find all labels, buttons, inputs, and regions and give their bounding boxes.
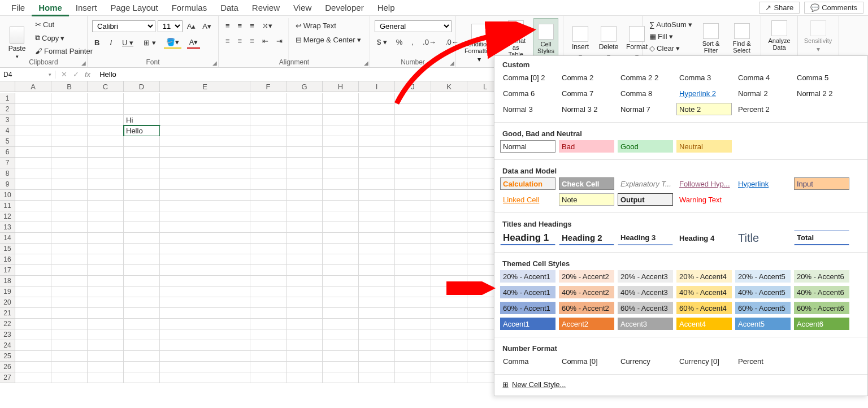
cell-H24[interactable]: [323, 340, 359, 351]
cell-J10[interactable]: [395, 190, 431, 201]
tab-formulas[interactable]: Formulas: [165, 1, 214, 15]
cell-B15[interactable]: [51, 244, 88, 254]
cell-B11[interactable]: [51, 201, 88, 211]
cell-G7[interactable]: [287, 158, 323, 168]
cell-A7[interactable]: [15, 158, 51, 168]
cell-D21[interactable]: [124, 308, 160, 319]
cell-J22[interactable]: [395, 319, 431, 329]
cell-G13[interactable]: [287, 222, 323, 233]
cell-C19[interactable]: [88, 287, 124, 297]
style-normal-7[interactable]: Normal 7: [618, 103, 673, 115]
cell-K4[interactable]: [431, 125, 467, 136]
font-size-combo[interactable]: 11: [158, 20, 183, 32]
cell-D25[interactable]: [124, 351, 160, 362]
cell-B17[interactable]: [51, 265, 88, 276]
row-header-5[interactable]: 5: [0, 136, 15, 147]
cell-I13[interactable]: [359, 222, 395, 233]
style-40-accent4[interactable]: 40% - Accent4: [676, 286, 732, 298]
bold-button[interactable]: B: [92, 37, 102, 48]
style-bad[interactable]: Bad: [559, 140, 614, 153]
cell-I19[interactable]: [359, 287, 395, 297]
cell-H23[interactable]: [323, 329, 359, 340]
tab-data[interactable]: Data: [214, 1, 245, 15]
cell-C17[interactable]: [88, 265, 124, 276]
style-comma-3[interactable]: Comma 3: [676, 71, 732, 84]
cell-G23[interactable]: [287, 329, 323, 340]
cell-D18[interactable]: [124, 276, 160, 287]
style-comma-8[interactable]: Comma 8: [618, 87, 673, 99]
cell-C10[interactable]: [88, 190, 124, 201]
cell-E9[interactable]: [160, 179, 250, 190]
cell-F8[interactable]: [250, 168, 287, 179]
style-comma-5[interactable]: Comma 5: [794, 71, 849, 84]
cell-B12[interactable]: [51, 211, 88, 222]
style-heading-4[interactable]: Heading 4: [676, 231, 732, 245]
cell-A11[interactable]: [15, 201, 51, 211]
cell-F3[interactable]: [250, 115, 287, 125]
cell-I3[interactable]: [359, 115, 395, 125]
style-40-accent6[interactable]: 40% - Accent6: [794, 286, 849, 298]
font-color-button[interactable]: A▾: [187, 37, 201, 49]
autosum-button[interactable]: ∑ AutoSum ▾: [647, 19, 695, 30]
row-header-23[interactable]: 23: [0, 329, 15, 340]
cell-J25[interactable]: [395, 351, 431, 362]
cell-A20[interactable]: [15, 297, 51, 308]
cell-K26[interactable]: [431, 362, 467, 372]
style-note-2[interactable]: Note 2: [676, 103, 732, 115]
style-percent[interactable]: Percent: [735, 355, 791, 367]
cell-B2[interactable]: [51, 104, 88, 115]
cell-A21[interactable]: [15, 308, 51, 319]
col-header-D[interactable]: D: [124, 81, 160, 92]
cell-H2[interactable]: [323, 104, 359, 115]
cell-G11[interactable]: [287, 201, 323, 211]
cell-G26[interactable]: [287, 362, 323, 372]
cell-G21[interactable]: [287, 308, 323, 319]
cell-A13[interactable]: [15, 222, 51, 233]
cell-F13[interactable]: [250, 222, 287, 233]
share-button[interactable]: ↗ Share: [759, 2, 800, 14]
cell-D7[interactable]: [124, 158, 160, 168]
cell-J26[interactable]: [395, 362, 431, 372]
cell-H16[interactable]: [323, 254, 359, 265]
cell-G5[interactable]: [287, 136, 323, 147]
cell-K13[interactable]: [431, 222, 467, 233]
cell-A22[interactable]: [15, 319, 51, 329]
style-comma-0-[interactable]: Comma [0]: [559, 355, 614, 367]
style-warning-text[interactable]: Warning Text: [676, 193, 732, 206]
cell-F4[interactable]: [250, 125, 287, 136]
cell-D11[interactable]: [124, 201, 160, 211]
decrease-font-button[interactable]: A▾: [200, 21, 214, 32]
cell-G19[interactable]: [287, 287, 323, 297]
cell-A17[interactable]: [15, 265, 51, 276]
cell-H21[interactable]: [323, 308, 359, 319]
style-20-accent6[interactable]: 20% - Accent6: [794, 270, 849, 283]
cell-D6[interactable]: [124, 147, 160, 158]
cell-B27[interactable]: [51, 372, 88, 383]
cell-C26[interactable]: [88, 362, 124, 372]
style-40-accent2[interactable]: 40% - Accent2: [559, 286, 614, 298]
cell-E23[interactable]: [160, 329, 250, 340]
cell-H14[interactable]: [323, 233, 359, 244]
borders-button[interactable]: ⊞ ▾: [141, 37, 158, 48]
style-normal-2-2[interactable]: Normal 2 2: [794, 87, 849, 99]
cell-D9[interactable]: [124, 179, 160, 190]
cell-D4[interactable]: Hello: [124, 125, 160, 136]
cell-F22[interactable]: [250, 319, 287, 329]
cell-C14[interactable]: [88, 233, 124, 244]
style-currency-0-[interactable]: Currency [0]: [676, 355, 732, 367]
cell-J23[interactable]: [395, 329, 431, 340]
cell-K7[interactable]: [431, 158, 467, 168]
cell-K9[interactable]: [431, 179, 467, 190]
increase-indent-button[interactable]: ⇥: [274, 36, 285, 46]
cell-K5[interactable]: [431, 136, 467, 147]
cell-J16[interactable]: [395, 254, 431, 265]
style-60-accent4[interactable]: 60% - Accent4: [676, 302, 732, 314]
cell-E11[interactable]: [160, 201, 250, 211]
cell-D13[interactable]: [124, 222, 160, 233]
cell-C23[interactable]: [88, 329, 124, 340]
style-heading-1[interactable]: Heading 1: [500, 231, 555, 245]
cell-J13[interactable]: [395, 222, 431, 233]
style-accent2[interactable]: Accent2: [559, 318, 614, 330]
cell-A24[interactable]: [15, 340, 51, 351]
cell-K11[interactable]: [431, 201, 467, 211]
